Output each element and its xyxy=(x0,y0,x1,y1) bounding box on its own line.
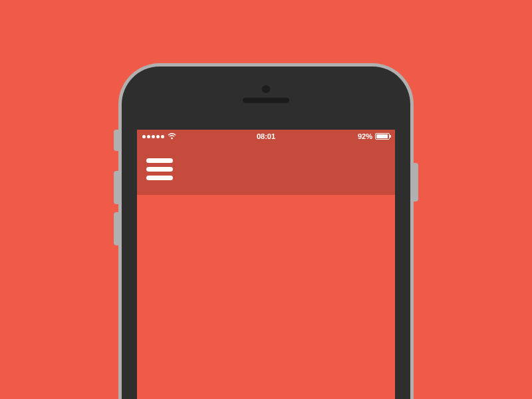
phone-bezel: 08:01 92% xyxy=(122,66,410,399)
menu-button[interactable] xyxy=(146,156,173,182)
battery-fill xyxy=(376,134,388,138)
hamburger-icon xyxy=(146,176,173,180)
power-button xyxy=(414,163,418,201)
battery-percentage: 92% xyxy=(358,132,372,140)
status-bar-right: 92% xyxy=(358,132,390,140)
speaker-grille xyxy=(243,98,289,103)
wifi-icon xyxy=(168,133,176,140)
mute-switch xyxy=(114,130,118,151)
status-bar-left xyxy=(142,133,176,140)
signal-strength-icon xyxy=(142,135,164,138)
phone-mockup: 08:01 92% xyxy=(118,63,414,399)
battery-icon xyxy=(375,133,390,140)
status-bar: 08:01 92% xyxy=(137,130,395,143)
hamburger-icon xyxy=(146,167,173,172)
volume-down-button xyxy=(114,212,118,245)
screen: 08:01 92% xyxy=(137,130,395,399)
navigation-bar xyxy=(137,143,395,195)
volume-up-button xyxy=(114,171,118,204)
camera-dot xyxy=(262,85,270,93)
hamburger-icon xyxy=(146,158,173,163)
